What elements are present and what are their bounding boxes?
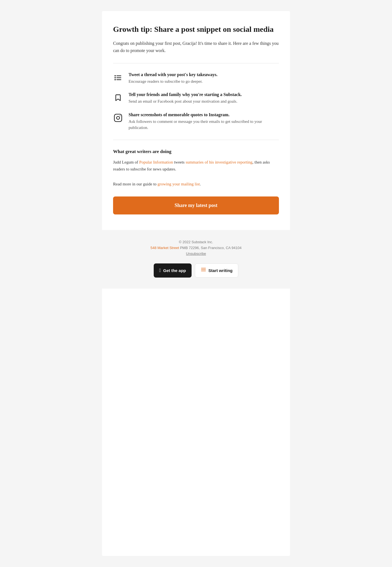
tip-tweet-thread: Tweet a thread with your post's key take… [113,72,279,85]
instagram-icon [113,113,123,123]
footer-unsubscribe: Unsubscribe [113,252,279,256]
writer-text: Judd Legum of Popular Information tweets… [113,159,279,173]
svg-point-3 [115,75,115,76]
tip-tweet-thread-heading: Tweet a thread with your post's key take… [129,72,218,77]
unsubscribe-link[interactable]: Unsubscribe [186,252,206,256]
bookmark-icon [113,93,123,103]
summaries-link[interactable]: summaries of his investigative reporting [185,160,252,164]
writer-text-between: tweets [173,160,186,164]
get-app-label: Get the app [163,268,186,273]
footer-buttons:  Get the app Start writing [113,263,279,278]
writer-text-before: Judd Legum of [113,160,139,164]
divider-top [113,63,279,63]
tip-tell-friends-desc: Send an email or Facebook post about you… [129,98,242,105]
footer-copyright: © 2022 Substack Inc. [113,240,279,244]
svg-point-7 [117,116,120,119]
start-writing-label: Start writing [208,268,233,273]
main-container: Growth tip: Share a post snippet on soci… [102,11,290,556]
writers-section-title: What great writers are doing [113,149,279,154]
start-writing-button[interactable]: Start writing [195,263,239,278]
substack-icon [201,267,206,274]
guide-text: Read more in our guide to growing your m… [113,181,279,188]
tips-list: Tweet a thread with your post's key take… [113,72,279,131]
growing-mailing-list-link[interactable]: growing your mailing list [158,182,200,186]
tip-instagram-desc: Ask followers to comment or message you … [129,118,279,131]
get-app-button[interactable]:  Get the app [154,263,192,278]
guide-text-before: Read more in our guide to [113,182,158,186]
svg-rect-6 [114,114,122,121]
tip-tweet-thread-content: Tweet a thread with your post's key take… [129,72,218,85]
list-icon [113,73,123,83]
footer-address-rest: PMB 72296, San Francisco, CA 94104 [179,246,242,250]
divider-middle [113,140,279,140]
apple-icon:  [159,268,161,273]
svg-point-8 [120,115,121,116]
share-latest-post-button[interactable]: Share my latest post [113,196,279,214]
tip-tell-friends: Tell your friends and family why you're … [113,92,279,105]
intro-text: Congrats on publishing your first post, … [113,40,279,54]
svg-point-4 [115,77,115,78]
tip-instagram-heading: Share screenshots of memorable quotes to… [129,112,279,117]
tip-tell-friends-content: Tell your friends and family why you're … [129,92,242,105]
popular-information-link[interactable]: Popular Information [139,160,173,164]
tip-instagram-content: Share screenshots of memorable quotes to… [129,112,279,131]
footer-address: 548 Market Street PMB 72296, San Francis… [113,246,279,250]
tip-tell-friends-heading: Tell your friends and family why you're … [129,92,242,97]
guide-text-after: . [200,182,201,186]
footer-address-link[interactable]: 548 Market Street [150,246,179,250]
page-title: Growth tip: Share a post snippet on soci… [113,24,279,34]
tip-instagram: Share screenshots of memorable quotes to… [113,112,279,131]
svg-point-5 [115,79,115,80]
tip-tweet-thread-desc: Encourage readers to subscribe to go dee… [129,78,218,85]
footer: © 2022 Substack Inc. 548 Market Street P… [102,230,290,289]
